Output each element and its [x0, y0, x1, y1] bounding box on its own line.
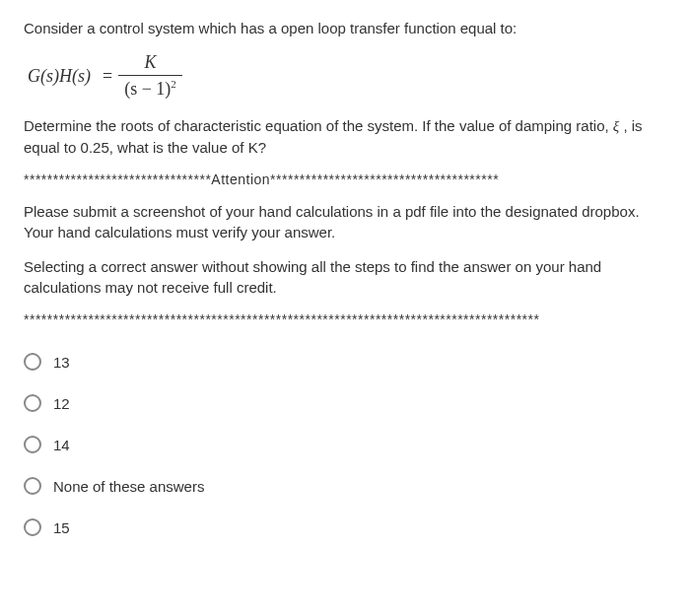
radio-icon [24, 518, 41, 536]
attention-divider: ********************************Attentio… [24, 171, 666, 187]
option-14[interactable]: 14 [24, 436, 666, 453]
question-prompt: Determine the roots of characteristic eq… [24, 115, 666, 158]
instructions-2: Selecting a correct answer without showi… [24, 256, 666, 298]
stars-divider: ****************************************… [24, 311, 666, 327]
option-label: 15 [53, 519, 70, 536]
option-label: 14 [53, 437, 70, 453]
radio-icon [24, 353, 41, 371]
options-group: 13 12 14 None of these answers 15 [24, 353, 666, 536]
radio-icon [24, 394, 41, 412]
instructions-1: Please submit a screenshot of your hand … [24, 201, 666, 242]
option-13[interactable]: 13 [24, 353, 666, 371]
option-12[interactable]: 12 [24, 394, 666, 412]
formula-numerator: K [138, 52, 162, 75]
option-15[interactable]: 15 [24, 518, 666, 536]
question-intro: Consider a control system which has a op… [24, 18, 666, 38]
formula-denominator: (s − 1)2 [118, 75, 182, 100]
formula-lhs: G(s)H(s) [28, 66, 91, 87]
option-label: 13 [53, 354, 70, 371]
radio-icon [24, 436, 41, 453]
equals-sign: = [103, 66, 112, 87]
option-none[interactable]: None of these answers [24, 477, 666, 495]
formula-fraction: K (s − 1)2 [118, 52, 182, 100]
radio-icon [24, 477, 41, 495]
option-label: None of these answers [53, 478, 204, 495]
option-label: 12 [53, 395, 70, 412]
transfer-function-formula: G(s)H(s) = K (s − 1)2 [28, 52, 666, 100]
